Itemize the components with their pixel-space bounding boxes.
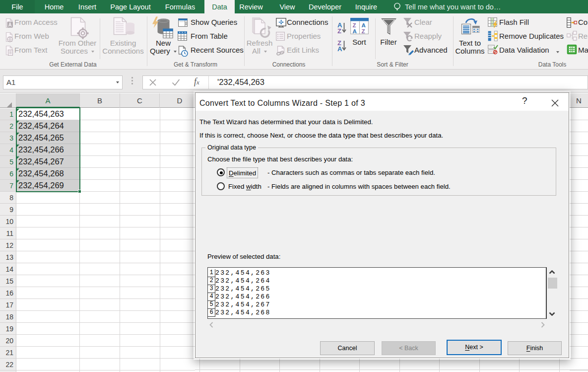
svg-text:Z: Z xyxy=(353,22,356,28)
svg-text:Z: Z xyxy=(362,28,365,34)
svg-text:Z: Z xyxy=(337,27,341,35)
svg-text:A: A xyxy=(362,22,366,28)
svg-text:A: A xyxy=(353,28,357,34)
